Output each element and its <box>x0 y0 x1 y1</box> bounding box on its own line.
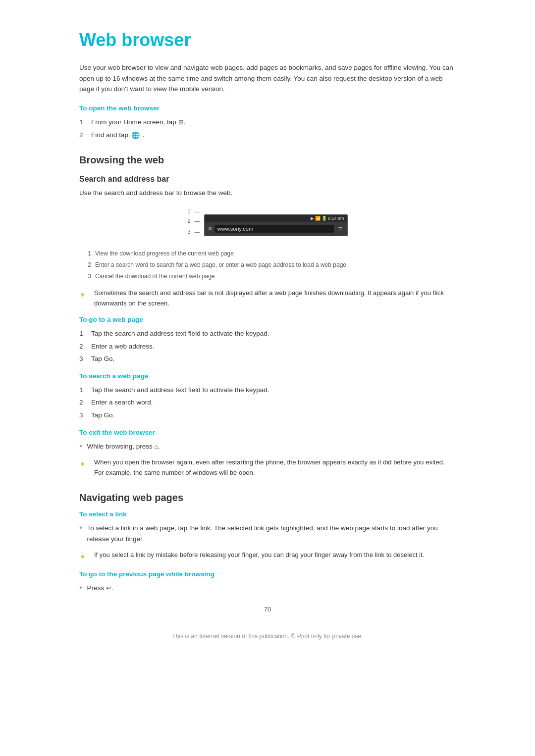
bullet-dot: • <box>79 441 82 452</box>
close-x-icon: ✕ <box>208 225 213 232</box>
go-to-page-steps: 1 Tap the search and address text field … <box>79 328 456 364</box>
browser-diagram: 1 2 3 — — — ▶ 📶 🔋 8:14 am ✕ w <box>187 205 347 245</box>
go-step-2: 2 Enter a web address. <box>79 341 456 352</box>
step-2: 2 Find and tap 🌐 . <box>79 130 456 141</box>
status-bar: ▶ 📶 🔋 8:14 am <box>205 215 347 222</box>
go-step-3: 3 Tap Go. <box>79 353 456 364</box>
status-icons: ▶ 📶 🔋 8:14 am <box>311 216 344 221</box>
label-3: 3 <box>187 226 190 237</box>
label-1: 1 <box>187 207 190 215</box>
open-browser-steps: 1 From your Home screen, tap ⊞. 2 Find a… <box>79 117 456 141</box>
select-link-bullet: • To select a link in a web page, tap th… <box>79 523 456 544</box>
previous-page-bullets: • Press ↩. <box>79 583 456 594</box>
back-arrow-icon: ↩ <box>106 583 111 594</box>
bullet-dot-3: • <box>79 583 82 594</box>
search-step-2: 2 Enter a search word. <box>79 397 456 408</box>
exit-bullet-1: • While browsing, press ⌂. <box>79 441 456 452</box>
page-number: 70 <box>79 605 456 613</box>
search-page-steps: 1 Tap the search and address text field … <box>79 385 456 421</box>
search-page-heading: To search a web page <box>79 372 456 380</box>
search-bar-heading: Search and address bar <box>79 175 456 184</box>
intro-text: Use your web browser to view and navigat… <box>79 62 456 95</box>
tip-1: ✦ Sometimes the search and address bar i… <box>79 288 456 309</box>
diagram-labels: 1 2 3 <box>187 205 190 237</box>
address-input[interactable]: www.sony.com <box>214 225 334 233</box>
select-link-bullets: • To select a link in a web page, tap th… <box>79 523 456 544</box>
tip-icon-2: ✦ <box>79 458 89 478</box>
previous-page-bullet: • Press ↩. <box>79 583 456 594</box>
browser-screenshot-wrapper: 1 2 3 — — — ▶ 📶 🔋 8:14 am ✕ w <box>79 205 456 245</box>
tip-icon-1: ✦ <box>79 289 89 309</box>
browser-mock: ▶ 📶 🔋 8:14 am ✕ www.sony.com ≡ <box>204 214 348 236</box>
caption-1: 1 View the download progress of the curr… <box>84 249 456 258</box>
search-step-3: 3 Tap Go. <box>79 410 456 421</box>
browsing-web-heading: Browsing the web <box>79 154 456 166</box>
go-to-page-heading: To go to a web page <box>79 316 456 323</box>
caption-3: 3 Cancel the download of the current web… <box>84 272 456 281</box>
exit-browser-heading: To exit the web browser <box>79 429 456 436</box>
select-link-heading: To select a link <box>79 510 456 518</box>
bullet-dot-2: • <box>79 523 82 544</box>
tip-3: ✦ If you select a link by mistake before… <box>79 550 456 563</box>
caption-2: 2 Enter a search word to search for a we… <box>84 260 456 270</box>
globe-icon: 🌐 <box>131 130 140 141</box>
caption-list: 1 View the download progress of the curr… <box>84 249 456 282</box>
step-1: 1 From your Home screen, tap ⊞. <box>79 117 456 128</box>
navigating-heading: Navigating web pages <box>79 492 456 504</box>
apps-icon: ⊞ <box>178 117 184 128</box>
previous-page-heading: To go to the previous page while browsin… <box>79 570 456 578</box>
search-step-1: 1 Tap the search and address text field … <box>79 385 456 396</box>
address-bar-row: ✕ www.sony.com ≡ <box>205 222 347 236</box>
tip-icon-3: ✦ <box>79 551 89 563</box>
diagram-dashes: — — — <box>195 205 200 237</box>
page-title: Web browser <box>79 30 456 50</box>
tip-2: ✦ When you open the browser again, even … <box>79 457 456 478</box>
menu-icon: ≡ <box>336 224 344 234</box>
footer-copyright: This is an Internet version of this publ… <box>79 633 456 640</box>
open-browser-heading: To open the web browser <box>79 104 456 112</box>
label-2: 2 <box>187 215 190 226</box>
go-step-1: 1 Tap the search and address text field … <box>79 328 456 339</box>
exit-browser-bullets: • While browsing, press ⌂. <box>79 441 456 452</box>
home-icon: ⌂ <box>154 442 158 452</box>
search-bar-description: Use the search and address bar to browse… <box>79 188 456 199</box>
